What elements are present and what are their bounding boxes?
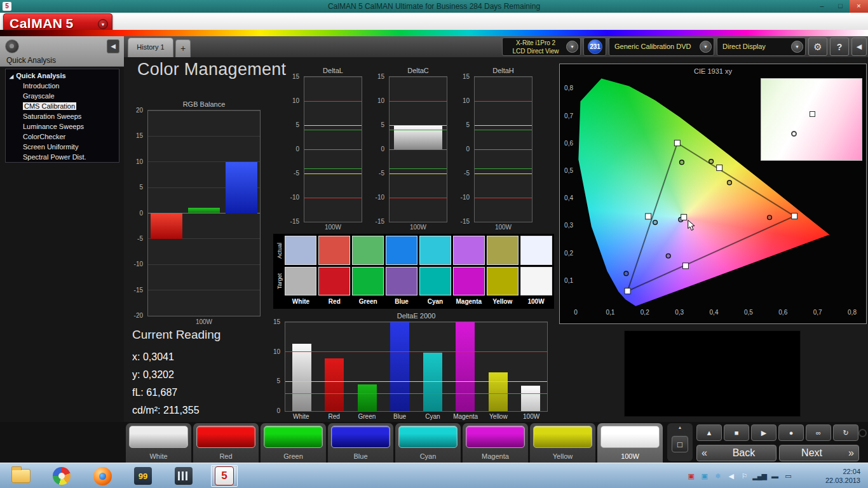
swatch-column-label-blue: Blue	[385, 296, 419, 308]
taskbar-app-media[interactable]	[170, 465, 197, 487]
pattern-button-bar: WhiteRedGreenBlueCyanMagentaYellow100W	[124, 422, 665, 463]
help-button[interactable]: ?	[830, 37, 849, 56]
sidebar-collapse-button[interactable]: ◀	[107, 39, 119, 53]
reference-line	[475, 198, 532, 198]
workflow-menu-button[interactable]	[5, 39, 19, 53]
taskbar-app-calman[interactable]: 5	[211, 465, 238, 487]
next-button[interactable]: Next »	[779, 445, 859, 461]
eject-button[interactable]: ▲	[696, 424, 722, 441]
tray-blue-app-icon[interactable]: ▣	[699, 471, 709, 481]
delta-l-chart	[304, 76, 362, 222]
sidebar-item-colorchecker[interactable]: ColorChecker	[6, 132, 119, 142]
taskbar-app-paint[interactable]	[48, 465, 75, 487]
sidebar-item-spectral-power-dist[interactable]: Spectral Power Dist.	[6, 152, 119, 163]
chevron-down-icon[interactable]: ▼	[566, 41, 578, 53]
tray-red-app-icon[interactable]: ▣	[686, 471, 696, 481]
pattern-button-blue[interactable]: Blue	[328, 423, 393, 463]
pattern-button-magenta[interactable]: Magenta	[463, 423, 528, 463]
panel-collapse-button[interactable]: ◀	[851, 37, 867, 56]
tree-expander-icon: ◢	[10, 72, 13, 81]
sidebar-item-luminance-sweeps[interactable]: Luminance Sweeps	[6, 122, 119, 132]
tab-history-1[interactable]: History 1	[128, 37, 173, 57]
x-axis-label: 0,4	[710, 309, 719, 316]
status-led	[858, 429, 867, 437]
logo-menu-button[interactable]: ▼	[98, 19, 108, 29]
gridline	[390, 222, 447, 222]
pattern-button-red[interactable]: Red	[193, 423, 259, 463]
swatch-column-label-magenta: Magenta	[452, 296, 485, 308]
minimize-button[interactable]: –	[813, 0, 831, 13]
close-button[interactable]: ×	[850, 0, 868, 13]
sidebar-item-introduction[interactable]: Introduction	[6, 81, 119, 92]
y-axis-label: 0	[466, 146, 470, 152]
pattern-color-green	[264, 426, 323, 448]
y-axis-label: 10	[377, 97, 384, 104]
bar-green	[358, 384, 377, 411]
tray-tablet-icon[interactable]: ▭	[783, 471, 793, 481]
taskbar-app-firefox[interactable]	[89, 465, 116, 487]
target-point-white	[681, 214, 687, 220]
record-button[interactable]: ●	[778, 424, 804, 441]
x-axis-label: 0	[574, 309, 578, 316]
meter-dropdown[interactable]: X-Rite i1Pro 2 LCD Direct View ▼	[502, 37, 581, 56]
chevron-down-icon[interactable]: ▼	[791, 41, 803, 53]
calman-5-label: 5	[221, 470, 227, 482]
y-axis-label: 10	[273, 348, 280, 355]
tray-volume-icon[interactable]: ▬	[770, 471, 780, 481]
reference-line	[390, 173, 447, 174]
pattern-button-100w[interactable]: 100W	[597, 423, 663, 463]
target-point-red	[792, 214, 797, 219]
pattern-button-green[interactable]: Green	[261, 423, 326, 463]
taskbar-app-messenger[interactable]: 99	[130, 465, 156, 487]
sidebar-item-grayscale[interactable]: Grayscale	[6, 92, 119, 102]
meter-count-button[interactable]: 231	[583, 37, 606, 56]
pattern-button-white[interactable]: White	[126, 423, 191, 463]
sidebar-item-screen-uniformity[interactable]: Screen Uniformity	[6, 142, 119, 152]
clock-date: 22.03.2013	[825, 476, 860, 485]
continuous-button[interactable]: ∞	[806, 424, 831, 441]
pattern-window-button[interactable]: □	[672, 436, 688, 452]
pattern-button-yellow[interactable]: Yellow	[530, 423, 595, 463]
chevron-down-icon: ▼	[101, 22, 105, 27]
stop-button[interactable]: ■	[724, 424, 749, 441]
taskbar-clock[interactable]: 22:04 22.03.2013	[825, 467, 860, 485]
pattern-button-cyan[interactable]: Cyan	[395, 423, 461, 463]
source-dropdown[interactable]: Generic Calibration DVD ▼	[609, 37, 714, 56]
sidebar-item-saturation-sweeps[interactable]: Saturation Sweeps	[6, 112, 119, 122]
sidebar-item-quick-analysis-root[interactable]: ◢Quick Analysis	[6, 71, 119, 81]
reference-line	[304, 168, 362, 169]
current-reading: Current Reading x: 0,3041 y: 0,3202 fL: …	[132, 328, 266, 419]
y-axis-label: -5	[294, 170, 299, 177]
sidebar-item-cms-calibration[interactable]: CMS Calibration	[6, 102, 119, 112]
chevron-down-icon[interactable]: ▼	[700, 41, 712, 53]
rgb-balance-y-axis: -20-15-10-505101520	[123, 110, 145, 316]
y-axis-label: 0,5	[564, 166, 573, 173]
tray-flag-icon[interactable]: ⚐	[739, 471, 749, 481]
display-control-dropdown[interactable]: Direct Display Control ▼	[717, 37, 806, 56]
current-reading-heading: Current Reading	[132, 328, 266, 342]
measured-point-red	[768, 215, 772, 220]
back-button[interactable]: « Back	[696, 445, 776, 461]
tray-snowflake-icon[interactable]: ❄	[712, 471, 722, 481]
reading-cdm2: cd/m²: 211,355	[132, 402, 266, 419]
x-axis-label: 0,1	[606, 309, 614, 316]
new-tab-button[interactable]: +	[175, 39, 191, 57]
y-axis-label: 0,1	[564, 276, 573, 283]
taskbar-app-explorer[interactable]	[8, 465, 34, 487]
stop-icon: ■	[735, 429, 739, 437]
y-axis-label: 15	[292, 73, 299, 80]
settings-button[interactable]: ⚙	[808, 37, 827, 56]
y-axis-label: 0,6	[564, 139, 573, 146]
loop-button[interactable]: ↻	[833, 424, 858, 441]
help-icon: ?	[837, 42, 843, 52]
actual-swatch-yellow	[487, 236, 519, 265]
next-button-label: Next	[780, 447, 844, 459]
tray-speaker-icon[interactable]: ◀	[726, 471, 736, 481]
maximize-button[interactable]: □	[831, 0, 850, 13]
tray-network-icon[interactable]: ▂▄▆	[752, 471, 766, 481]
gear-icon: ⚙	[813, 41, 822, 53]
target-point-cyan	[646, 214, 651, 219]
y-axis-label: 10	[292, 97, 299, 104]
play-button[interactable]: ▶	[751, 424, 776, 441]
inset-target-marker	[810, 111, 815, 117]
